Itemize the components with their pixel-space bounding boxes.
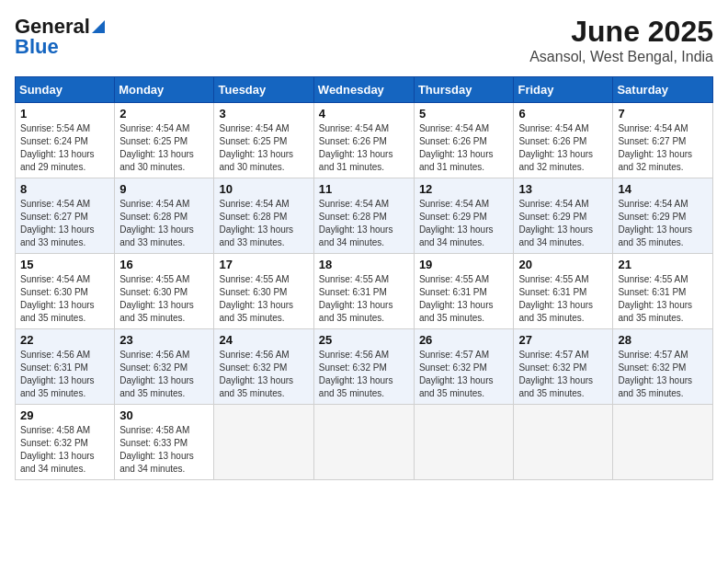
weekday-header-sunday: Sunday — [16, 77, 115, 103]
calendar-day-cell: 24Sunrise: 4:56 AMSunset: 6:32 PMDayligh… — [214, 329, 313, 405]
day-info: Sunrise: 4:54 AMSunset: 6:26 PMDaylight:… — [319, 122, 409, 174]
weekday-header-monday: Monday — [115, 77, 214, 103]
day-info: Sunrise: 4:57 AMSunset: 6:32 PMDaylight:… — [518, 349, 608, 400]
calendar-day-cell: 19Sunrise: 4:55 AMSunset: 6:31 PMDayligh… — [414, 254, 514, 329]
calendar-week-4: 22Sunrise: 4:56 AMSunset: 6:31 PMDayligh… — [16, 329, 713, 405]
calendar-day-cell: 20Sunrise: 4:55 AMSunset: 6:31 PMDayligh… — [514, 254, 613, 329]
day-info: Sunrise: 5:54 AMSunset: 6:24 PMDaylight:… — [20, 122, 109, 174]
calendar-day-cell: 30Sunrise: 4:58 AMSunset: 6:33 PMDayligh… — [115, 405, 214, 480]
day-info: Sunrise: 4:57 AMSunset: 6:32 PMDaylight:… — [419, 349, 509, 400]
calendar-day-cell: 13Sunrise: 4:54 AMSunset: 6:29 PMDayligh… — [514, 178, 613, 254]
title-section: June 2025 Asansol, West Bengal, India — [529, 15, 713, 65]
calendar-day-cell — [414, 405, 514, 480]
day-info: Sunrise: 4:58 AMSunset: 6:32 PMDaylight:… — [20, 424, 109, 476]
weekday-header-saturday: Saturday — [613, 77, 713, 103]
day-info: Sunrise: 4:54 AMSunset: 6:30 PMDaylight:… — [20, 273, 109, 325]
weekday-header-friday: Friday — [514, 77, 613, 103]
day-info: Sunrise: 4:54 AMSunset: 6:25 PMDaylight:… — [119, 122, 209, 174]
day-number: 24 — [219, 333, 308, 347]
day-number: 21 — [618, 258, 708, 271]
day-number: 18 — [319, 258, 409, 271]
day-number: 15 — [20, 258, 109, 271]
calendar-day-cell: 4Sunrise: 4:54 AMSunset: 6:26 PMDaylight… — [313, 103, 414, 178]
day-info: Sunrise: 4:54 AMSunset: 6:27 PMDaylight:… — [618, 122, 708, 174]
calendar-day-cell: 26Sunrise: 4:57 AMSunset: 6:32 PMDayligh… — [414, 329, 514, 405]
calendar-day-cell — [214, 405, 313, 480]
day-number: 17 — [219, 258, 308, 271]
day-info: Sunrise: 4:54 AMSunset: 6:27 PMDaylight:… — [20, 198, 109, 249]
calendar-day-cell: 7Sunrise: 4:54 AMSunset: 6:27 PMDaylight… — [613, 103, 713, 178]
day-number: 26 — [419, 333, 509, 347]
day-number: 2 — [119, 107, 209, 121]
day-info: Sunrise: 4:56 AMSunset: 6:32 PMDaylight:… — [319, 349, 409, 400]
logo: General Blue — [15, 15, 105, 59]
day-info: Sunrise: 4:54 AMSunset: 6:28 PMDaylight:… — [319, 198, 409, 249]
day-number: 30 — [119, 408, 209, 422]
day-number: 25 — [319, 333, 409, 347]
day-number: 8 — [20, 182, 109, 196]
calendar-day-cell: 27Sunrise: 4:57 AMSunset: 6:32 PMDayligh… — [514, 329, 613, 405]
calendar-day-cell: 25Sunrise: 4:56 AMSunset: 6:32 PMDayligh… — [313, 329, 414, 405]
calendar-day-cell: 8Sunrise: 4:54 AMSunset: 6:27 PMDaylight… — [16, 178, 115, 254]
calendar-day-cell: 5Sunrise: 4:54 AMSunset: 6:26 PMDaylight… — [414, 103, 514, 178]
day-number: 16 — [119, 258, 209, 271]
logo-blue: Blue — [15, 35, 59, 59]
weekday-header-thursday: Thursday — [414, 77, 514, 103]
day-info: Sunrise: 4:54 AMSunset: 6:29 PMDaylight:… — [618, 198, 708, 249]
calendar-day-cell: 17Sunrise: 4:55 AMSunset: 6:30 PMDayligh… — [214, 254, 313, 329]
calendar-day-cell: 21Sunrise: 4:55 AMSunset: 6:31 PMDayligh… — [613, 254, 713, 329]
day-info: Sunrise: 4:55 AMSunset: 6:31 PMDaylight:… — [618, 273, 708, 325]
day-number: 1 — [20, 107, 109, 121]
calendar-day-cell: 12Sunrise: 4:54 AMSunset: 6:29 PMDayligh… — [414, 178, 514, 254]
day-number: 19 — [419, 258, 509, 271]
calendar-week-5: 29Sunrise: 4:58 AMSunset: 6:32 PMDayligh… — [16, 405, 713, 480]
day-number: 5 — [419, 107, 509, 121]
day-info: Sunrise: 4:55 AMSunset: 6:31 PMDaylight:… — [518, 273, 608, 325]
calendar-day-cell: 22Sunrise: 4:56 AMSunset: 6:31 PMDayligh… — [16, 329, 115, 405]
day-info: Sunrise: 4:54 AMSunset: 6:28 PMDaylight:… — [219, 198, 308, 249]
day-number: 22 — [20, 333, 109, 347]
calendar-day-cell — [514, 405, 613, 480]
day-info: Sunrise: 4:54 AMSunset: 6:26 PMDaylight:… — [518, 122, 608, 174]
day-info: Sunrise: 4:56 AMSunset: 6:32 PMDaylight:… — [219, 349, 308, 400]
day-number: 9 — [119, 182, 209, 196]
day-info: Sunrise: 4:54 AMSunset: 6:29 PMDaylight:… — [419, 198, 509, 249]
day-number: 10 — [219, 182, 308, 196]
day-number: 6 — [518, 107, 608, 121]
day-info: Sunrise: 4:55 AMSunset: 6:30 PMDaylight:… — [219, 273, 308, 325]
weekday-header-wednesday: Wednesday — [313, 77, 414, 103]
calendar-week-1: 1Sunrise: 5:54 AMSunset: 6:24 PMDaylight… — [16, 103, 713, 178]
day-number: 27 — [518, 333, 608, 347]
calendar-day-cell: 9Sunrise: 4:54 AMSunset: 6:28 PMDaylight… — [115, 178, 214, 254]
calendar-week-3: 15Sunrise: 4:54 AMSunset: 6:30 PMDayligh… — [16, 254, 713, 329]
day-number: 3 — [219, 107, 308, 121]
day-number: 4 — [319, 107, 409, 121]
day-number: 13 — [518, 182, 608, 196]
day-info: Sunrise: 4:56 AMSunset: 6:32 PMDaylight:… — [119, 349, 209, 400]
location: Asansol, West Bengal, India — [529, 49, 713, 65]
day-info: Sunrise: 4:54 AMSunset: 6:26 PMDaylight:… — [419, 122, 509, 174]
calendar-day-cell — [613, 405, 713, 480]
calendar-day-cell: 29Sunrise: 4:58 AMSunset: 6:32 PMDayligh… — [16, 405, 115, 480]
day-number: 14 — [618, 182, 708, 196]
day-number: 29 — [20, 408, 109, 422]
day-info: Sunrise: 4:56 AMSunset: 6:31 PMDaylight:… — [20, 349, 109, 400]
calendar-day-cell: 18Sunrise: 4:55 AMSunset: 6:31 PMDayligh… — [313, 254, 414, 329]
day-number: 12 — [419, 182, 509, 196]
page-header: General Blue June 2025 Asansol, West Ben… — [15, 15, 713, 65]
calendar-day-cell: 28Sunrise: 4:57 AMSunset: 6:32 PMDayligh… — [613, 329, 713, 405]
calendar-day-cell: 23Sunrise: 4:56 AMSunset: 6:32 PMDayligh… — [115, 329, 214, 405]
calendar-day-cell: 14Sunrise: 4:54 AMSunset: 6:29 PMDayligh… — [613, 178, 713, 254]
calendar-day-cell: 1Sunrise: 5:54 AMSunset: 6:24 PMDaylight… — [16, 103, 115, 178]
svg-marker-0 — [92, 20, 105, 33]
day-info: Sunrise: 4:55 AMSunset: 6:30 PMDaylight:… — [119, 273, 209, 325]
logo-arrow — [92, 17, 105, 37]
day-number: 20 — [518, 258, 608, 271]
day-info: Sunrise: 4:55 AMSunset: 6:31 PMDaylight:… — [319, 273, 409, 325]
calendar-day-cell: 15Sunrise: 4:54 AMSunset: 6:30 PMDayligh… — [16, 254, 115, 329]
day-info: Sunrise: 4:57 AMSunset: 6:32 PMDaylight:… — [618, 349, 708, 400]
weekday-header-row: SundayMondayTuesdayWednesdayThursdayFrid… — [16, 77, 713, 103]
day-number: 11 — [319, 182, 409, 196]
day-info: Sunrise: 4:58 AMSunset: 6:33 PMDaylight:… — [119, 424, 209, 476]
calendar-day-cell — [313, 405, 414, 480]
